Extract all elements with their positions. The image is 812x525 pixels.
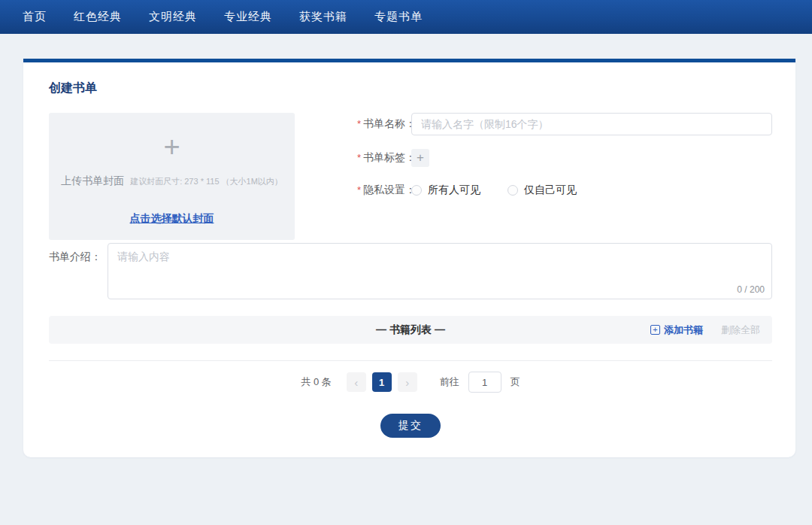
pagination: 共 0 条 ‹ 1 › 前往 页 (49, 372, 772, 393)
create-booklist-card: 创建书单 + 上传书单封面 建议封面尺寸: 273 * 115 （大小1M以内）… (23, 59, 795, 457)
nav-item-civilization-classics[interactable]: 文明经典 (149, 10, 197, 24)
radio-label: 仅自己可见 (524, 184, 577, 197)
required-asterisk: * (357, 184, 361, 196)
book-list-actions: + 添加书籍 删除全部 (650, 323, 760, 337)
upload-caption: 上传书单封面 建议封面尺寸: 273 * 115 （大小1M以内） (49, 174, 295, 188)
nav-item-award-books[interactable]: 获奖书籍 (299, 10, 347, 24)
choose-default-cover-link[interactable]: 点击选择默认封面 (49, 212, 295, 226)
plus-square-icon: + (650, 325, 660, 335)
upload-label: 上传书单封面 (61, 174, 124, 188)
book-list-bar: — 书籍列表 — + 添加书籍 删除全部 (49, 316, 772, 344)
nav-item-topic-booklists[interactable]: 专题书单 (374, 10, 423, 24)
privacy-row: *隐私设置： 所有人可见 仅自己可见 (357, 184, 772, 197)
booklist-tags-label: *书单标签： (357, 151, 411, 165)
prev-page-button[interactable]: ‹ (347, 372, 366, 392)
goto-page-input[interactable] (468, 372, 501, 393)
divider (49, 360, 772, 361)
privacy-label: *隐私设置： (357, 184, 411, 197)
booklist-intro-label: 书单介绍： (49, 243, 108, 299)
required-asterisk: * (357, 152, 361, 163)
add-book-button[interactable]: + 添加书籍 (650, 323, 703, 337)
goto-suffix: 页 (511, 375, 520, 389)
top-navigation: 首页 红色经典 文明经典 专业经典 获奖书籍 专题书单 (0, 0, 812, 34)
radio-visible-to-all[interactable]: 所有人可见 (411, 184, 480, 197)
required-asterisk: * (357, 118, 361, 129)
submit-button[interactable]: 提交 (380, 414, 441, 438)
radio-visible-to-self[interactable]: 仅自己可见 (508, 184, 577, 197)
booklist-intro-textarea[interactable] (108, 243, 772, 299)
booklist-tags-row: *书单标签： + (357, 149, 772, 167)
add-book-label: 添加书籍 (664, 323, 703, 337)
upload-size-hint: 建议封面尺寸: 273 * 115 （大小1M以内） (130, 176, 283, 187)
add-tag-button[interactable]: + (411, 149, 429, 167)
nav-item-home[interactable]: 首页 (23, 10, 47, 24)
nav-item-red-classics[interactable]: 红色经典 (74, 10, 122, 24)
total-count: 共 0 条 (301, 375, 331, 389)
form-fields: *书单名称： *书单标签： + *隐私设置： 所有人可见 (357, 113, 772, 240)
booklist-intro-row: 书单介绍： 0 / 200 (49, 243, 772, 299)
booklist-name-label: *书单名称： (357, 117, 411, 131)
char-counter: 0 / 200 (734, 284, 765, 295)
privacy-radio-group: 所有人可见 仅自己可见 (411, 184, 577, 197)
booklist-name-input[interactable] (411, 113, 772, 135)
page-1-button[interactable]: 1 (372, 372, 392, 392)
cover-upload-dropzone[interactable]: + 上传书单封面 建议封面尺寸: 273 * 115 （大小1M以内） 点击选择… (49, 113, 295, 240)
goto-prefix: 前往 (440, 375, 459, 389)
page-title: 创建书单 (49, 62, 772, 96)
booklist-name-row: *书单名称： (357, 113, 772, 135)
top-form-section: + 上传书单封面 建议封面尺寸: 273 * 115 （大小1M以内） 点击选择… (49, 113, 772, 240)
delete-all-button[interactable]: 删除全部 (721, 323, 760, 337)
radio-circle-icon (411, 185, 422, 196)
next-page-button[interactable]: › (398, 372, 417, 392)
nav-item-professional-classics[interactable]: 专业经典 (224, 10, 272, 24)
submit-area: 提交 (49, 414, 772, 438)
radio-label: 所有人可见 (428, 184, 480, 197)
intro-textarea-wrap: 0 / 200 (108, 243, 772, 299)
radio-circle-icon (508, 185, 518, 196)
plus-icon: + (49, 132, 295, 161)
